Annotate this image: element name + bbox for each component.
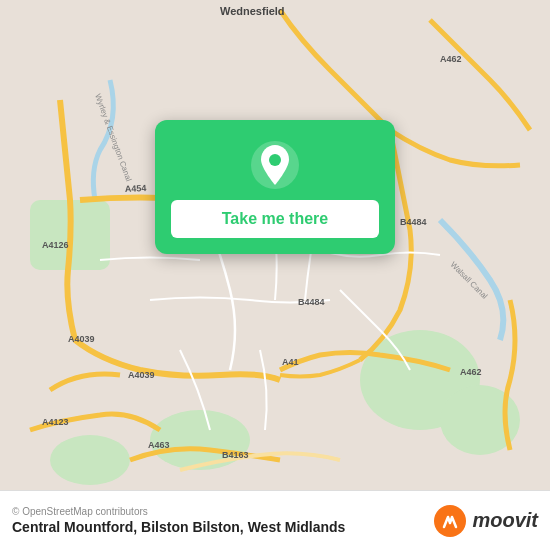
svg-point-5 [50,435,130,485]
svg-text:B4484: B4484 [400,217,427,227]
svg-text:A4126: A4126 [42,240,69,250]
moovit-brand-icon [434,505,466,537]
svg-text:A463: A463 [148,440,170,450]
take-me-there-button[interactable]: Take me there [171,200,379,238]
moovit-logo: moovit [434,505,538,537]
location-card: Take me there [155,120,395,254]
svg-text:A462: A462 [460,367,482,377]
svg-text:A4039: A4039 [128,370,155,380]
svg-text:A41: A41 [282,357,299,367]
bottom-bar: © OpenStreetMap contributors Central Mou… [0,490,550,550]
location-info: © OpenStreetMap contributors Central Mou… [12,506,345,535]
svg-text:A4123: A4123 [42,417,69,427]
location-pin-icon [250,140,300,190]
svg-text:A462: A462 [440,54,462,64]
moovit-brand-name: moovit [472,509,538,532]
copyright-text: © OpenStreetMap contributors [12,506,345,517]
svg-text:A454: A454 [125,183,147,194]
location-name: Central Mountford, Bilston Bilston, West… [12,519,345,535]
svg-text:A4039: A4039 [68,334,95,344]
svg-point-23 [269,154,281,166]
svg-text:Wednesfield: Wednesfield [220,5,285,17]
svg-text:B4484: B4484 [298,297,325,307]
map-container: A454 A4126 A4039 A4039 A4123 A463 B4163 … [0,0,550,490]
svg-text:B4163: B4163 [222,450,249,460]
